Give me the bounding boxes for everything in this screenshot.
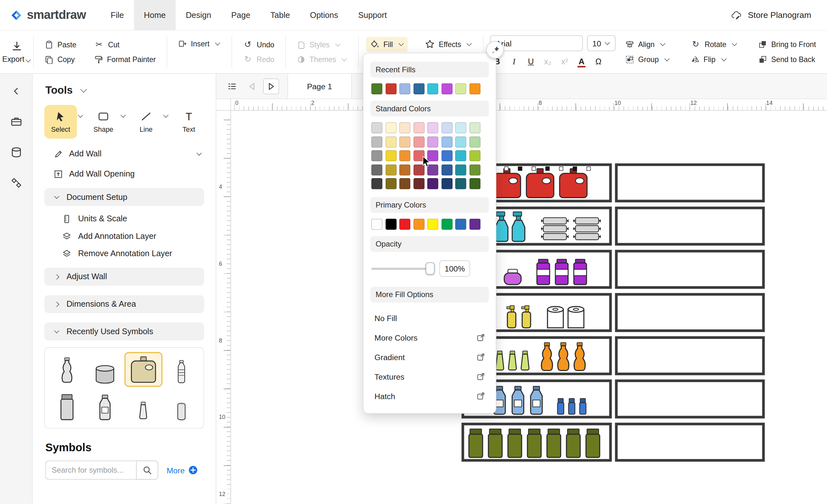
product-vial[interactable]: [579, 397, 587, 415]
product-roll[interactable]: [567, 305, 585, 329]
units-scale-item[interactable]: Units & Scale: [62, 214, 216, 224]
redo-button[interactable]: ↻ Redo: [239, 52, 278, 66]
standard-color-swatch[interactable]: [385, 136, 396, 148]
empty-shelf-row[interactable]: [615, 293, 765, 332]
add-wall-opening-button[interactable]: Add Wall Opening: [54, 169, 204, 179]
product-jar2[interactable]: [487, 428, 504, 459]
standard-color-swatch[interactable]: [385, 122, 396, 133]
product-canister[interactable]: [535, 259, 551, 286]
menu-design[interactable]: Design: [176, 0, 221, 30]
standard-color-swatch[interactable]: [371, 122, 383, 133]
standard-color-swatch[interactable]: [455, 122, 466, 133]
opacity-slider-handle[interactable]: [426, 263, 435, 275]
select-tool-button[interactable]: Select: [44, 105, 77, 138]
toolbox-button[interactable]: [7, 113, 25, 131]
cut-button[interactable]: ✂ Cut: [91, 38, 159, 52]
standard-color-swatch[interactable]: [385, 178, 396, 189]
recently-used-symbols-section[interactable]: Recently Used Symbols: [44, 323, 204, 341]
product-pouch[interactable]: [572, 216, 602, 242]
standard-color-swatch[interactable]: [385, 150, 396, 162]
product-jug[interactable]: [558, 168, 589, 199]
product-roll[interactable]: [546, 305, 564, 329]
document-setup-section[interactable]: Document Setup: [44, 188, 204, 206]
fill-option-gradient[interactable]: Gradient: [370, 347, 489, 367]
page-list-button[interactable]: [224, 78, 240, 94]
send-to-back-button[interactable]: Send to Back: [755, 53, 820, 66]
product-vial[interactable]: [568, 397, 576, 415]
symbol-jug[interactable]: [124, 352, 162, 387]
subscript-button[interactable]: x₂: [541, 55, 555, 68]
standard-color-swatch[interactable]: [413, 164, 424, 175]
recent-fill-swatch[interactable]: [469, 83, 480, 94]
text-tool-button[interactable]: T Text: [173, 105, 205, 138]
menu-support[interactable]: Support: [348, 0, 397, 30]
symbol-tube[interactable]: [124, 389, 162, 424]
standard-color-swatch[interactable]: [413, 178, 424, 189]
symbol-pump-bottle[interactable]: [86, 389, 124, 424]
product-jug[interactable]: [525, 168, 555, 199]
font-size-select[interactable]: 10: [587, 35, 616, 51]
standard-color-swatch[interactable]: [371, 136, 383, 148]
primary-color-swatch[interactable]: [455, 219, 466, 230]
superscript-button[interactable]: x²: [557, 55, 572, 68]
empty-shelf-row[interactable]: [615, 380, 765, 418]
symbol-water-bottle[interactable]: [162, 352, 200, 387]
primary-color-swatch[interactable]: [371, 219, 383, 230]
selection-handle[interactable]: [532, 167, 536, 171]
remove-annotation-layer-item[interactable]: Remove Annotation Layer: [62, 249, 216, 259]
product-tube[interactable]: [520, 350, 530, 372]
symbol-search-input[interactable]: [45, 460, 136, 480]
recent-fill-swatch[interactable]: [371, 83, 383, 94]
underline-button[interactable]: U: [524, 55, 538, 68]
selection-handle[interactable]: [573, 167, 577, 171]
copy-button[interactable]: Copy: [41, 52, 80, 66]
document-title-area[interactable]: Store Planogram: [731, 9, 827, 21]
standard-color-swatch[interactable]: [469, 122, 480, 133]
standard-color-swatch[interactable]: [469, 136, 480, 148]
product-jar2[interactable]: [584, 428, 601, 459]
standard-color-swatch[interactable]: [455, 178, 466, 189]
effects-button[interactable]: Effects: [421, 37, 476, 52]
dimensions-area-section[interactable]: Dimensions & Area: [44, 295, 204, 313]
product-bottle2[interactable]: [510, 385, 526, 415]
product-bottleO[interactable]: [540, 342, 554, 372]
adjust-wall-section[interactable]: Adjust Wall: [44, 268, 204, 286]
product-jar2[interactable]: [467, 428, 484, 459]
next-page-button[interactable]: [263, 78, 279, 94]
recent-fill-swatch[interactable]: [399, 83, 410, 94]
product-bottleO[interactable]: [556, 342, 570, 372]
standard-color-swatch[interactable]: [427, 164, 438, 175]
recent-fill-swatch[interactable]: [455, 83, 466, 94]
line-tool-button[interactable]: Line: [130, 105, 162, 138]
standard-color-swatch[interactable]: [399, 178, 410, 189]
standard-color-swatch[interactable]: [399, 150, 410, 162]
standard-color-swatch[interactable]: [427, 136, 438, 148]
standard-color-swatch[interactable]: [385, 164, 396, 175]
product-tube[interactable]: [507, 350, 517, 372]
product-jar[interactable]: [502, 268, 523, 286]
product-vial[interactable]: [556, 397, 565, 415]
standard-color-swatch[interactable]: [413, 150, 424, 162]
align-button[interactable]: Align: [622, 38, 673, 51]
recent-fill-swatch[interactable]: [441, 83, 452, 94]
menu-home[interactable]: Home: [134, 0, 176, 30]
symbol-bottle[interactable]: [48, 352, 86, 387]
product-canister[interactable]: [572, 259, 588, 286]
themes-button[interactable]: Themes: [293, 52, 351, 66]
shape-tool-dropdown-icon[interactable]: [120, 112, 126, 117]
group-button[interactable]: Group: [622, 53, 673, 66]
empty-shelf-row[interactable]: [615, 207, 765, 245]
back-button[interactable]: [7, 82, 25, 100]
product-spray[interactable]: [495, 211, 509, 242]
empty-shelf-row[interactable]: [615, 336, 765, 375]
standard-color-swatch[interactable]: [413, 136, 424, 148]
standard-color-swatch[interactable]: [399, 122, 410, 133]
fill-button[interactable]: Fill: [366, 37, 408, 52]
product-jar2[interactable]: [565, 428, 582, 459]
menu-table[interactable]: Table: [260, 0, 300, 30]
page-tab[interactable]: Page 1: [287, 74, 351, 99]
line-tool-dropdown-icon[interactable]: [163, 112, 168, 117]
primary-color-swatch[interactable]: [413, 219, 424, 230]
menu-options[interactable]: Options: [300, 0, 348, 30]
primary-color-swatch[interactable]: [441, 219, 452, 230]
